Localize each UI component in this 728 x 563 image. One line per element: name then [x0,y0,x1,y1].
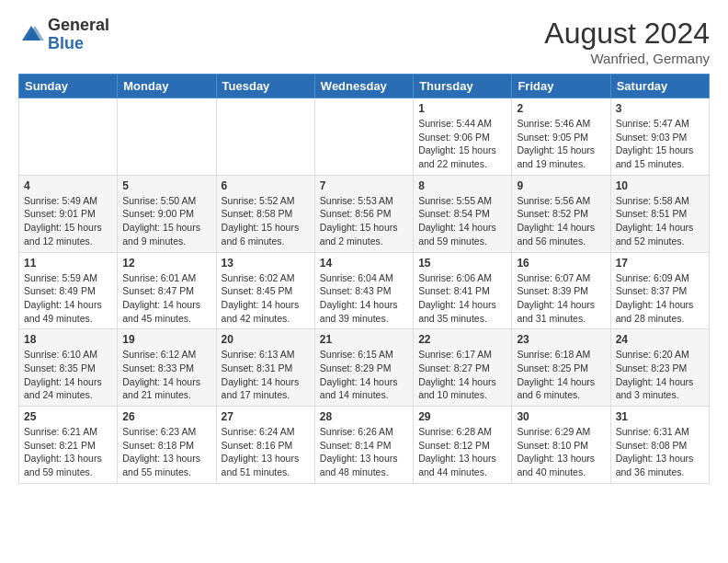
day-info: Sunrise: 5:53 AM Sunset: 8:56 PM Dayligh… [320,194,408,248]
day-header-thursday: Thursday [414,75,512,98]
day-info: Sunrise: 6:01 AM Sunset: 8:47 PM Dayligh… [122,271,210,326]
day-info: Sunrise: 6:18 AM Sunset: 8:25 PM Dayligh… [517,348,605,402]
logo: General Blue [18,17,109,53]
day-header-sunday: Sunday [19,75,118,98]
day-number: 11 [24,257,112,270]
calendar-cell [314,98,413,176]
day-info: Sunrise: 6:31 AM Sunset: 8:08 PM Dayligh… [616,425,704,479]
day-number: 27 [222,410,310,423]
calendar-cell: 26Sunrise: 6:23 AM Sunset: 8:18 PM Dayli… [118,407,216,484]
day-info: Sunrise: 6:04 AM Sunset: 8:43 PM Dayligh… [320,271,408,326]
calendar-cell: 1Sunrise: 5:44 AM Sunset: 9:06 PM Daylig… [414,98,512,176]
day-number: 6 [222,179,310,192]
day-number: 12 [122,257,210,270]
calendar-cell: 10Sunrise: 5:58 AM Sunset: 8:51 PM Dayli… [610,175,709,252]
day-number: 10 [616,179,704,192]
day-number: 7 [320,179,408,192]
day-number: 30 [517,410,605,423]
calendar-cell: 14Sunrise: 6:04 AM Sunset: 8:43 PM Dayli… [314,252,413,329]
day-number: 19 [122,333,210,346]
location-subtitle: Wanfried, Germany [544,51,710,66]
calendar-table: SundayMondayTuesdayWednesdayThursdayFrid… [18,74,710,484]
day-number: 2 [517,102,605,115]
calendar-body: 1Sunrise: 5:44 AM Sunset: 9:06 PM Daylig… [19,98,710,484]
day-info: Sunrise: 5:46 AM Sunset: 9:05 PM Dayligh… [517,117,605,171]
calendar-cell: 17Sunrise: 6:09 AM Sunset: 8:37 PM Dayli… [610,252,709,329]
day-number: 24 [616,333,704,346]
day-info: Sunrise: 6:26 AM Sunset: 8:14 PM Dayligh… [320,425,408,479]
calendar-week-2: 4Sunrise: 5:49 AM Sunset: 9:01 PM Daylig… [19,175,710,252]
day-number: 16 [517,257,605,270]
calendar-cell: 2Sunrise: 5:46 AM Sunset: 9:05 PM Daylig… [512,98,610,176]
day-number: 17 [616,257,704,270]
calendar-cell: 5Sunrise: 5:50 AM Sunset: 9:00 PM Daylig… [118,175,216,252]
day-info: Sunrise: 6:07 AM Sunset: 8:39 PM Dayligh… [517,271,605,326]
day-info: Sunrise: 6:12 AM Sunset: 8:33 PM Dayligh… [122,348,210,402]
calendar-header: SundayMondayTuesdayWednesdayThursdayFrid… [19,75,710,98]
calendar-cell: 6Sunrise: 5:52 AM Sunset: 8:58 PM Daylig… [216,175,314,252]
day-info: Sunrise: 6:24 AM Sunset: 8:16 PM Dayligh… [222,425,310,479]
day-header-monday: Monday [118,75,216,98]
calendar-cell: 22Sunrise: 6:17 AM Sunset: 8:27 PM Dayli… [414,329,512,407]
day-info: Sunrise: 5:58 AM Sunset: 8:51 PM Dayligh… [616,194,704,248]
day-info: Sunrise: 6:17 AM Sunset: 8:27 PM Dayligh… [418,348,506,402]
calendar-cell: 23Sunrise: 6:18 AM Sunset: 8:25 PM Dayli… [512,329,610,407]
calendar-cell [216,98,314,176]
logo-blue-text: Blue [48,35,109,53]
day-header-saturday: Saturday [610,75,709,98]
day-number: 18 [24,333,112,346]
day-header-tuesday: Tuesday [216,75,314,98]
day-info: Sunrise: 6:21 AM Sunset: 8:21 PM Dayligh… [24,425,112,479]
day-number: 21 [320,333,408,346]
day-number: 25 [24,410,112,423]
calendar-cell: 24Sunrise: 6:20 AM Sunset: 8:23 PM Dayli… [610,329,709,407]
day-number: 1 [418,102,506,115]
calendar-cell [118,98,216,176]
title-block: August 2024 Wanfried, Germany [544,17,710,66]
day-info: Sunrise: 5:59 AM Sunset: 8:49 PM Dayligh… [24,271,112,326]
calendar-cell: 9Sunrise: 5:56 AM Sunset: 8:52 PM Daylig… [512,175,610,252]
day-number: 14 [320,257,408,270]
calendar-cell: 25Sunrise: 6:21 AM Sunset: 8:21 PM Dayli… [19,407,118,484]
day-info: Sunrise: 5:56 AM Sunset: 8:52 PM Dayligh… [517,194,605,248]
day-info: Sunrise: 5:49 AM Sunset: 9:01 PM Dayligh… [24,194,112,248]
day-number: 26 [122,410,210,423]
month-year-title: August 2024 [544,17,710,51]
calendar-cell: 11Sunrise: 5:59 AM Sunset: 8:49 PM Dayli… [19,252,118,329]
calendar-cell: 27Sunrise: 6:24 AM Sunset: 8:16 PM Dayli… [216,407,314,484]
day-number: 31 [616,410,704,423]
day-number: 20 [222,333,310,346]
day-number: 13 [222,257,310,270]
day-info: Sunrise: 6:10 AM Sunset: 8:35 PM Dayligh… [24,348,112,402]
day-info: Sunrise: 5:47 AM Sunset: 9:03 PM Dayligh… [616,117,704,171]
calendar-cell: 16Sunrise: 6:07 AM Sunset: 8:39 PM Dayli… [512,252,610,329]
day-number: 15 [418,257,506,270]
calendar-cell: 4Sunrise: 5:49 AM Sunset: 9:01 PM Daylig… [19,175,118,252]
day-number: 4 [24,179,112,192]
day-number: 9 [517,179,605,192]
calendar-cell: 19Sunrise: 6:12 AM Sunset: 8:33 PM Dayli… [118,329,216,407]
day-number: 5 [122,179,210,192]
calendar-week-1: 1Sunrise: 5:44 AM Sunset: 9:06 PM Daylig… [19,98,710,176]
calendar-cell: 30Sunrise: 6:29 AM Sunset: 8:10 PM Dayli… [512,407,610,484]
day-info: Sunrise: 6:28 AM Sunset: 8:12 PM Dayligh… [418,425,506,479]
day-info: Sunrise: 6:13 AM Sunset: 8:31 PM Dayligh… [222,348,310,402]
day-number: 3 [616,102,704,115]
calendar-cell: 7Sunrise: 5:53 AM Sunset: 8:56 PM Daylig… [314,175,413,252]
day-header-friday: Friday [512,75,610,98]
calendar-cell: 29Sunrise: 6:28 AM Sunset: 8:12 PM Dayli… [414,407,512,484]
day-info: Sunrise: 6:06 AM Sunset: 8:41 PM Dayligh… [418,271,506,326]
calendar-cell: 28Sunrise: 6:26 AM Sunset: 8:14 PM Dayli… [314,407,413,484]
day-number: 29 [418,410,506,423]
calendar-cell: 8Sunrise: 5:55 AM Sunset: 8:54 PM Daylig… [414,175,512,252]
logo-icon [18,22,44,48]
day-number: 8 [418,179,506,192]
day-info: Sunrise: 5:44 AM Sunset: 9:06 PM Dayligh… [418,117,506,171]
day-info: Sunrise: 6:20 AM Sunset: 8:23 PM Dayligh… [616,348,704,402]
calendar-cell: 3Sunrise: 5:47 AM Sunset: 9:03 PM Daylig… [610,98,709,176]
day-number: 28 [320,410,408,423]
day-info: Sunrise: 5:52 AM Sunset: 8:58 PM Dayligh… [222,194,310,248]
calendar-cell: 20Sunrise: 6:13 AM Sunset: 8:31 PM Dayli… [216,329,314,407]
header-row: SundayMondayTuesdayWednesdayThursdayFrid… [19,75,710,98]
day-info: Sunrise: 5:55 AM Sunset: 8:54 PM Dayligh… [418,194,506,248]
